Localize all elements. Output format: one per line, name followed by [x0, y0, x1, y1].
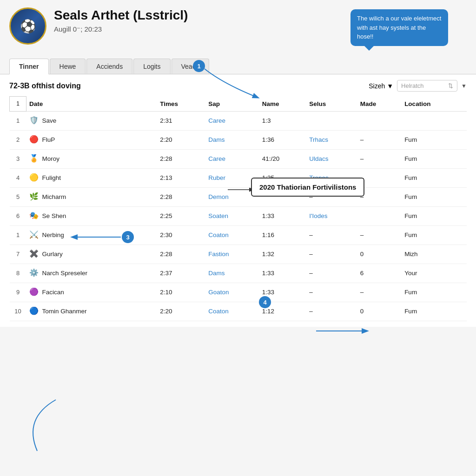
date-cell: ✖️Gurlary — [26, 245, 158, 264]
date-cell: 🏅Moroy — [26, 149, 158, 168]
team-icon: ⚔️ — [29, 230, 40, 240]
content-area: 72-3B ofthist doving Sizeh ▼ Helratch ⇅ … — [0, 74, 476, 327]
tab-logits[interactable]: Logits — [133, 59, 170, 74]
table-row: 10🔵Tomin Ghanmer2:20Coaton1:12–0Fum — [10, 302, 467, 321]
team-icon: 🛡️ — [29, 116, 40, 126]
date-cell: ⚙️Narch Spreseler — [26, 264, 158, 283]
team-icon: 🏅 — [29, 154, 40, 164]
table-row: 2🔴FluP2:20Dams1:36Trhacs–Fum — [10, 130, 467, 149]
col-sap: Sap — [205, 97, 259, 112]
main-window: ✕ The wilich a our vale eleletmect with … — [0, 0, 476, 476]
date-cell: ⚔️Nerbing — [26, 225, 158, 245]
col-name: Name — [259, 97, 307, 112]
team-icon: 🟡 — [29, 173, 40, 183]
col-times: Times — [157, 97, 205, 112]
table-row: 4🟡Fulight2:13Ruber1:35Tropes–Fum — [10, 168, 467, 187]
tooltip-box: The wilich a our vale eleletmect with as… — [350, 9, 448, 46]
filter-dropdown[interactable]: Sizeh ▼ — [369, 82, 393, 90]
tab-acciends[interactable]: Acciends — [86, 59, 132, 74]
table-controls: 72-3B ofthist doving Sizeh ▼ Helratch ⇅ … — [9, 80, 467, 92]
date-cell: 🔴FluP — [26, 130, 158, 149]
tab-tinner[interactable]: Tinner — [9, 59, 49, 74]
table-row: 9🟣Facican2:10Goaton1:33––Fum — [10, 283, 467, 302]
table-row: 3🏅Moroy2:28Caree41:/20Uldacs–Fum — [10, 149, 467, 168]
col-date: Date — [26, 97, 158, 112]
table-row: 5🌿Micharm2:28Demon––Fum — [10, 187, 467, 206]
section-title: 72-3B ofthist doving — [9, 82, 365, 90]
table-row: 1🛡️Save2:31Caree1:3 — [10, 111, 467, 130]
date-cell: 🛡️Save — [26, 111, 158, 130]
date-cell: 🔵Tomin Ghanmer — [26, 302, 158, 321]
col-selus: Selus — [306, 97, 357, 112]
col-made: Made — [357, 97, 402, 112]
search-box[interactable]: Helratch ⇅ — [397, 80, 457, 92]
team-logo: ⚽ — [9, 7, 46, 45]
tab-hewe[interactable]: Hewe — [50, 59, 86, 74]
tab-bar: Tinner Hewe Acciends Logits Veaen — [0, 49, 476, 74]
date-cell: 🟣Facican — [26, 283, 158, 302]
tab-veaen[interactable]: Veaen — [172, 59, 210, 74]
dropdown-arrow-icon: ▼ — [387, 82, 393, 90]
team-icon: 🔵 — [29, 306, 40, 317]
search-placeholder: Helratch — [401, 82, 423, 89]
table-row: 6🎭Se Shen2:25Soaten1:33I'IodesFum — [10, 206, 467, 225]
date-cell: 🟡Fulight — [26, 168, 158, 187]
team-icon: 🌿 — [29, 192, 40, 202]
table-row: 1⚔️Nerbing2:30Coaton1:16––Fum — [10, 225, 467, 245]
col-num: 1 — [10, 97, 26, 112]
team-icon: 🔴 — [29, 135, 40, 145]
table-row: 8⚙️Narch Spreseler2:37Dams1:33–6Your — [10, 264, 467, 283]
table-header: 1 Date Times Sap Name Selus Made Locatio… — [10, 97, 467, 112]
data-table: 1 Date Times Sap Name Selus Made Locatio… — [9, 96, 467, 321]
col-location: Location — [402, 97, 467, 112]
date-cell: 🎭Se Shen — [26, 206, 158, 225]
sort-icon: ⇅ — [448, 82, 453, 89]
team-icon: ⚙️ — [29, 268, 40, 278]
extra-dropdown-arrow[interactable]: ▼ — [461, 83, 467, 89]
team-icon: 🎭 — [29, 211, 40, 221]
team-icon: 🟣 — [29, 287, 40, 298]
team-icon: ✖️ — [29, 249, 40, 259]
popup-box: 2020 Thatiorian Fortivilistons — [251, 178, 364, 197]
table-row: 7✖️Gurlary2:28Fastion1:32–0Mizh — [10, 245, 467, 264]
date-cell: 🌿Micharm — [26, 187, 158, 206]
